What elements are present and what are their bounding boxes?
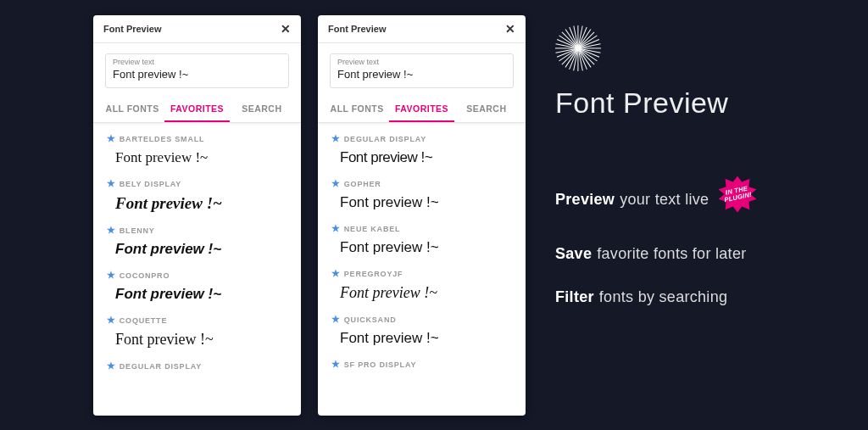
preview-text-value: Font preview !~ bbox=[113, 68, 281, 81]
font-sample: Font preview !~ bbox=[340, 330, 512, 347]
star-icon[interactable]: ★ bbox=[331, 314, 341, 325]
feature-preview: Preview your text live IN THE PLUGIN! bbox=[555, 179, 758, 220]
feature-text: fonts by searching bbox=[599, 288, 727, 306]
font-sample: Font preview !~ bbox=[115, 241, 287, 258]
heading: Font Preview bbox=[555, 87, 758, 120]
star-icon[interactable]: ★ bbox=[331, 133, 341, 144]
tab-favorites[interactable]: FAVORITES bbox=[389, 95, 453, 122]
feature-bold: Save bbox=[555, 245, 592, 263]
font-name-label: SF PRO DISPLAY bbox=[344, 360, 416, 369]
font-name-label: GOPHER bbox=[344, 180, 381, 188]
font-item[interactable]: ★GOPHER Font preview !~ bbox=[318, 171, 526, 216]
preview-text-field[interactable]: Preview text Font preview !~ bbox=[105, 53, 289, 88]
font-item[interactable]: ★BLENNY Font preview !~ bbox=[93, 218, 301, 263]
font-item[interactable]: ★DEGULAR DISPLAY bbox=[93, 354, 301, 377]
star-icon[interactable]: ★ bbox=[107, 178, 116, 189]
font-preview-panel-2: Font Preview ✕ Preview text Font preview… bbox=[318, 15, 526, 416]
tabs: ALL FONTS FAVORITES SEARCH bbox=[318, 95, 526, 123]
font-item[interactable]: ★DEGULAR DISPLAY Font preview !~ bbox=[318, 126, 526, 171]
font-sample: Font preview !~ bbox=[115, 194, 287, 213]
marketing-block: Font Preview Preview your text live IN T… bbox=[555, 25, 758, 332]
font-item[interactable]: ★SF PRO DISPLAY bbox=[318, 352, 526, 375]
font-name-label: BARTELDES SMALL bbox=[120, 135, 205, 143]
font-name-label: PEREGROYJF bbox=[344, 270, 403, 278]
font-list[interactable]: ★BARTELDES SMALL Font preview !~ ★BELY D… bbox=[93, 123, 301, 416]
preview-text-field[interactable]: Preview text Font preview !~ bbox=[330, 53, 514, 88]
star-icon[interactable]: ★ bbox=[331, 178, 341, 189]
font-name-label: DEGULAR DISPLAY bbox=[344, 135, 426, 143]
font-sample: Font preview !~ bbox=[340, 149, 512, 166]
font-sample: Font preview !~ bbox=[115, 331, 287, 349]
tab-search[interactable]: SEARCH bbox=[230, 95, 294, 122]
font-name-label: COQUETTE bbox=[120, 316, 167, 325]
font-item[interactable]: ★NEUE KABEL Font preview !~ bbox=[318, 216, 526, 261]
font-sample: Font preview !~ bbox=[340, 239, 512, 256]
feature-text: your text live bbox=[620, 191, 709, 209]
font-item[interactable]: ★BARTELDES SMALL Font preview !~ bbox=[93, 126, 301, 171]
tab-all-fonts[interactable]: ALL FONTS bbox=[325, 95, 389, 122]
preview-text-value: Font preview !~ bbox=[337, 68, 506, 81]
font-name-label: QUICKSAND bbox=[344, 316, 397, 324]
tab-all-fonts[interactable]: ALL FONTS bbox=[100, 95, 164, 122]
font-sample: Font preview !~ bbox=[340, 284, 512, 302]
feature-text: favorite fonts for later bbox=[597, 245, 746, 263]
star-icon[interactable]: ★ bbox=[107, 225, 116, 236]
font-sample: Font preview !~ bbox=[340, 194, 512, 211]
close-icon[interactable]: ✕ bbox=[281, 22, 291, 36]
tab-favorites[interactable]: FAVORITES bbox=[164, 95, 229, 122]
font-preview-panel-1: Font Preview ✕ Preview text Font preview… bbox=[93, 15, 301, 416]
star-icon[interactable]: ★ bbox=[107, 360, 116, 371]
in-the-plugin-badge: IN THE PLUGIN! bbox=[717, 174, 758, 215]
font-item[interactable]: ★QUICKSAND Font preview !~ bbox=[318, 307, 526, 352]
preview-text-label: Preview text bbox=[337, 58, 506, 66]
tab-search[interactable]: SEARCH bbox=[454, 95, 519, 122]
font-sample: Font preview !~ bbox=[115, 286, 287, 303]
panel-title: Font Preview bbox=[328, 24, 386, 34]
font-item[interactable]: ★COCONPRO Font preview !~ bbox=[93, 263, 301, 308]
font-name-label: BELY DISPLAY bbox=[120, 180, 181, 188]
close-icon[interactable]: ✕ bbox=[505, 22, 515, 36]
star-icon[interactable]: ★ bbox=[107, 315, 116, 326]
panel-title: Font Preview bbox=[103, 24, 161, 34]
feature-bold: Filter bbox=[555, 288, 594, 306]
star-icon[interactable]: ★ bbox=[107, 270, 116, 281]
tabs: ALL FONTS FAVORITES SEARCH bbox=[93, 95, 301, 123]
font-name-label: BLENNY bbox=[120, 226, 155, 235]
star-icon[interactable]: ★ bbox=[331, 268, 341, 279]
star-icon[interactable]: ★ bbox=[331, 223, 341, 234]
font-item[interactable]: ★COQUETTE Font preview !~ bbox=[93, 308, 301, 354]
starburst-icon bbox=[555, 25, 601, 71]
font-name-label: COCONPRO bbox=[120, 271, 170, 280]
font-item[interactable]: ★BELY DISPLAY Font preview !~ bbox=[93, 171, 301, 218]
feature-filter: Filter fonts by searching bbox=[555, 288, 758, 306]
font-name-label: NEUE KABEL bbox=[344, 225, 401, 233]
star-icon[interactable]: ★ bbox=[331, 359, 341, 370]
preview-text-label: Preview text bbox=[113, 58, 281, 66]
panel-header: Font Preview ✕ bbox=[93, 15, 301, 43]
feature-bold: Preview bbox=[555, 191, 615, 209]
star-icon[interactable]: ★ bbox=[107, 133, 116, 144]
font-list[interactable]: ★DEGULAR DISPLAY Font preview !~ ★GOPHER… bbox=[318, 123, 526, 416]
font-sample: Font preview !~ bbox=[115, 149, 287, 166]
font-item[interactable]: ★PEREGROYJF Font preview !~ bbox=[318, 261, 526, 307]
panel-header: Font Preview ✕ bbox=[318, 15, 526, 43]
font-name-label: DEGULAR DISPLAY bbox=[120, 362, 202, 371]
feature-save: Save favorite fonts for later bbox=[555, 245, 758, 263]
